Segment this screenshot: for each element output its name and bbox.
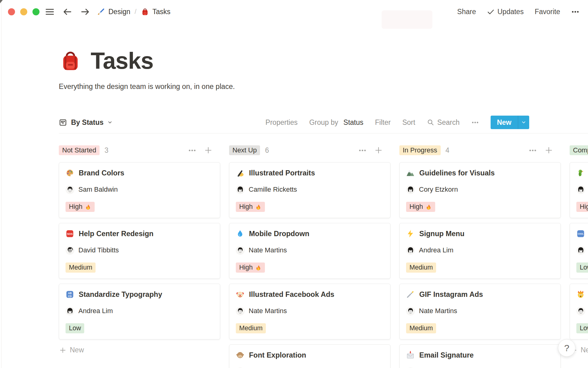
favorite-label: Favorite [535, 8, 560, 16]
column-add-button[interactable] [545, 146, 553, 154]
priority-badge[interactable]: Medium [66, 263, 96, 273]
board-column: Next Up 6 Illustrated Portraits Camille … [229, 145, 390, 368]
column-add-button[interactable] [204, 146, 212, 154]
priority-badge[interactable]: Medium [236, 323, 266, 333]
breadcrumb-separator: / [135, 8, 137, 16]
board-column: Completed U C High [570, 145, 588, 368]
task-card[interactable]: Mobile Dropdown Nate Martins High [229, 223, 390, 279]
task-card[interactable]: Font Exploration [229, 344, 390, 368]
task-card[interactable]: E A Low [570, 223, 588, 279]
priority-badge[interactable]: Low [576, 263, 588, 273]
column-status-badge[interactable]: Completed [570, 145, 588, 155]
task-card[interactable]: GIF Instagram Ads Nate Martins Medium [399, 284, 561, 339]
avatar [236, 307, 245, 316]
properties-button[interactable]: Properties [266, 118, 298, 127]
chevron-down-icon [107, 120, 112, 125]
task-card[interactable]: Brand Colors Sam Baldwin High [59, 162, 220, 218]
avatar [576, 185, 585, 194]
writing-hand-icon [236, 169, 244, 177]
dots-icon [188, 146, 196, 155]
column-options-button[interactable] [188, 146, 196, 155]
task-card[interactable]: Email Signature [399, 344, 561, 368]
ellipsis-icon [471, 119, 479, 126]
column-count: 6 [265, 146, 269, 155]
page-description[interactable]: Everything the design team is working on… [59, 82, 588, 91]
view-switcher[interactable]: By Status [59, 118, 112, 127]
column-header: Not Started 3 [59, 145, 220, 155]
breadcrumb-label: Tasks [153, 8, 171, 16]
priority-badge[interactable]: Low [576, 323, 588, 333]
column-options-button[interactable] [529, 146, 537, 155]
task-card[interactable]: Illustrated Portraits Camille Ricketts H… [229, 162, 390, 218]
favorite-button[interactable]: Favorite [535, 8, 560, 16]
breadcrumb: Design / Tasks [97, 8, 171, 16]
column-options-button[interactable] [358, 146, 367, 155]
priority-badge[interactable]: High [66, 202, 95, 212]
updates-button[interactable]: Updates [487, 8, 524, 16]
column-status-badge[interactable]: Not Started [59, 145, 100, 155]
column-add-button[interactable] [375, 146, 383, 154]
priority-badge[interactable]: High [576, 202, 588, 212]
task-card[interactable]: Standardize Typography Andrea Lim Low [59, 284, 220, 339]
task-card[interactable]: Guidelines for Visuals Cory Etzkorn High [399, 162, 561, 218]
help-button[interactable]: ? [558, 339, 575, 357]
search-button[interactable]: Search [427, 118, 460, 127]
task-title: Illustrated Portraits [249, 169, 315, 177]
assignee-name: David Tibbitts [78, 246, 119, 254]
add-card-button[interactable]: New [59, 346, 86, 355]
nav-back-button[interactable] [62, 7, 72, 17]
priority-badge[interactable]: Medium [406, 263, 436, 273]
new-button[interactable]: New [491, 116, 529, 129]
sidebar-menu-button[interactable] [45, 7, 55, 17]
check-icon [487, 8, 495, 16]
assignee: A [576, 246, 588, 255]
task-card[interactable]: Signup Menu Andrea Lim Medium [399, 223, 561, 279]
priority-badge[interactable]: High [406, 202, 435, 212]
assignee: Cory Etzkorn [406, 185, 554, 194]
view-toolbar: By Status Properties Group by Status Fil… [59, 112, 588, 133]
task-title: Brand Colors [79, 169, 124, 177]
priority-label: High [239, 264, 253, 271]
share-button[interactable]: Share [457, 8, 476, 16]
page-backpack-icon[interactable] [59, 49, 82, 72]
task-card[interactable]: Illustrated Facebook Ads Nate Martins Me… [229, 284, 390, 339]
task-card[interactable]: H N Low [570, 284, 588, 339]
nav-forward-button[interactable] [81, 7, 90, 17]
assignee: Nate Martins [236, 306, 384, 316]
column-status-badge[interactable]: In Progress [399, 145, 441, 155]
task-card[interactable]: Help Center Redesign David Tibbitts Medi… [59, 223, 220, 279]
avatar [406, 185, 415, 194]
assignee-name: Andrea Lim [78, 307, 113, 315]
clown-icon [236, 290, 244, 299]
assignee-name: Sam Baldwin [78, 186, 118, 194]
page-title[interactable]: Tasks [91, 47, 153, 74]
priority-label: High [580, 203, 588, 211]
task-card[interactable]: U C High [570, 162, 588, 218]
sort-button[interactable]: Sort [402, 118, 415, 127]
priority-label: Low [69, 324, 81, 332]
monkey-icon [236, 351, 244, 359]
close-window-button[interactable] [8, 8, 15, 15]
column-status-badge[interactable]: Next Up [229, 145, 260, 155]
av-woman-icon [236, 185, 245, 194]
more-options-button[interactable] [571, 8, 579, 16]
group-by-button[interactable]: Group by Status [309, 118, 364, 127]
dots-icon [529, 146, 537, 155]
priority-badge[interactable]: High [236, 202, 265, 212]
breadcrumb-item-design[interactable]: Design [97, 8, 130, 16]
avatar [576, 307, 585, 316]
filter-label: Filter [375, 118, 391, 127]
fire-icon [85, 204, 91, 210]
column-header: In Progress 4 [399, 145, 561, 155]
view-more-button[interactable] [471, 119, 479, 126]
filter-button[interactable]: Filter [375, 118, 391, 127]
zoom-window-button[interactable] [32, 8, 40, 15]
priority-badge[interactable]: Medium [406, 323, 436, 333]
new-button-dropdown[interactable] [518, 116, 529, 129]
palette-icon [66, 169, 74, 177]
av-man-icon [236, 246, 245, 255]
priority-badge[interactable]: Low [66, 323, 84, 333]
priority-badge[interactable]: High [236, 263, 265, 273]
minimize-window-button[interactable] [20, 8, 27, 15]
breadcrumb-item-tasks[interactable]: Tasks [141, 8, 171, 16]
